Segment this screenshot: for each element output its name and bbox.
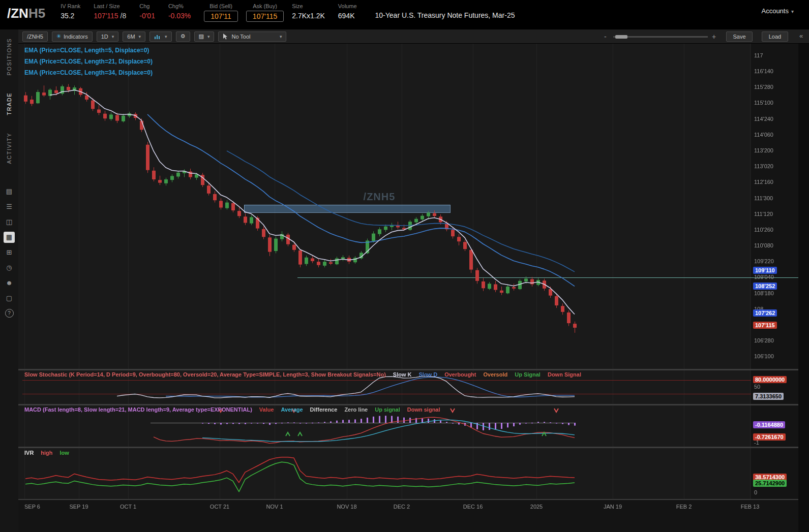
quote-header: /ZNH5 IV Rank 35.2 Last / Size 107'115 /…: [0, 0, 809, 29]
chevron-down-icon: ▾: [165, 34, 167, 39]
zoom-in-button[interactable]: +: [712, 33, 716, 41]
iv-rank-value: 35.2: [61, 12, 80, 20]
collapse-panel-icon[interactable]: «: [799, 32, 803, 40]
save-button[interactable]: Save: [726, 32, 753, 42]
chart-type-icon: [154, 34, 160, 40]
timeframe-dropdown[interactable]: 1D▾: [97, 32, 119, 42]
bid-field: Bid (Sell) 107'11: [204, 3, 238, 22]
chart-type-dropdown[interactable]: ▾: [149, 32, 172, 42]
chevron-down-icon: ▾: [139, 34, 141, 39]
chart-icon[interactable]: ▦: [4, 232, 15, 243]
chg-pct-field: Chg% -0.03%: [168, 3, 191, 20]
ask-label: Ask (Buy): [253, 3, 277, 9]
last-size-field: Last / Size 107'115 /8: [94, 3, 126, 20]
gear-icon: ⚙: [181, 33, 186, 40]
cursor-icon: [223, 34, 228, 40]
contacts-icon[interactable]: ☻: [4, 277, 15, 289]
drawing-icon: ▨: [199, 33, 204, 40]
chevron-down-icon: ▾: [791, 9, 794, 14]
help-icon[interactable]: ?: [4, 308, 15, 319]
price-chart-canvas[interactable]: [18, 44, 809, 532]
chart-panel: /ZNH5 ✳Indicators 1D▾ 6M▾ ▾ ⚙ ▨▾ No Tool…: [18, 29, 809, 532]
last-price: 107'115: [94, 12, 118, 20]
iv-rank-field: IV Rank 35.2: [61, 3, 80, 20]
chg-label: Chg: [139, 3, 155, 9]
trading-platform-window: { "header": { "symbol_root": "/ZN", "sym…: [0, 0, 809, 532]
watchlist-icon[interactable]: ☰: [4, 201, 15, 212]
volume-field: Volume 694K: [338, 3, 357, 20]
ask-button[interactable]: 107'115: [246, 11, 284, 22]
zoom-slider-handle[interactable]: [615, 35, 627, 39]
left-sidebar: POSITIONS TRADE ACTIVITY ▤☰◫▦⊞◷☻▢?: [0, 29, 18, 532]
chevron-down-icon: ▾: [207, 34, 210, 39]
tab-positions[interactable]: POSITIONS: [6, 38, 12, 75]
tool-dropdown[interactable]: No Tool▾: [218, 32, 286, 42]
chg-field: Chg -0'01: [139, 3, 155, 20]
symbol-root: /ZN: [7, 6, 28, 21]
size-label: Size: [292, 3, 325, 9]
drawing-tools-dropdown[interactable]: ▨▾: [194, 32, 215, 42]
range-dropdown[interactable]: 6M▾: [123, 32, 145, 42]
sidebar-icon-rail: ▤☰◫▦⊞◷☻▢?: [4, 184, 15, 321]
chart-toolbar: /ZNH5 ✳Indicators 1D▾ 6M▾ ▾ ⚙ ▨▾ No Tool…: [18, 29, 809, 44]
orders-icon[interactable]: ◫: [4, 216, 15, 228]
last-size-label: Last / Size: [94, 3, 126, 9]
tab-trade[interactable]: TRADE: [6, 92, 12, 115]
zoom-slider[interactable]: [613, 36, 708, 38]
load-button[interactable]: Load: [762, 32, 788, 42]
iv-rank-label: IV Rank: [61, 3, 80, 9]
zoom-out-button[interactable]: -: [604, 33, 607, 41]
archive-icon[interactable]: ▢: [4, 293, 15, 304]
chevron-down-icon: ▾: [112, 34, 114, 39]
volume-value: 694K: [338, 12, 357, 20]
last-size: /8: [121, 12, 127, 20]
indicators-button[interactable]: ✳Indicators: [52, 32, 93, 42]
chevron-down-icon: ▾: [280, 34, 282, 39]
accounts-menu[interactable]: Accounts▾: [761, 7, 794, 15]
grid-icon[interactable]: ⊞: [4, 247, 15, 258]
bid-button[interactable]: 107'11: [204, 11, 238, 22]
size-value: 2.7Kx1.2K: [292, 12, 325, 20]
size-field: Size 2.7Kx1.2K: [292, 3, 325, 20]
indicators-icon: ✳: [56, 33, 61, 40]
history-icon[interactable]: ◷: [4, 262, 15, 273]
symbol-month: H5: [28, 6, 45, 21]
chg-pct-value: -0.03%: [168, 12, 191, 20]
chg-value: -0'01: [139, 12, 155, 20]
chg-pct-label: Chg%: [168, 3, 191, 9]
chart-symbol-box[interactable]: /ZNH5: [22, 32, 48, 42]
settings-button[interactable]: ⚙: [176, 32, 190, 42]
ask-field: Ask (Buy) 107'115: [246, 3, 284, 22]
chart-area: EMA (Price=CLOSE, Length=5, Displace=0) …: [18, 44, 809, 532]
quotes-icon[interactable]: ▤: [4, 186, 15, 197]
volume-label: Volume: [338, 3, 357, 9]
contract-title: 10-Year U.S. Treasury Note Futures, Mar-…: [375, 11, 515, 19]
tab-activity[interactable]: ACTIVITY: [6, 133, 12, 164]
symbol-title: /ZNH5: [7, 3, 45, 23]
bid-label: Bid (Sell): [209, 3, 232, 9]
